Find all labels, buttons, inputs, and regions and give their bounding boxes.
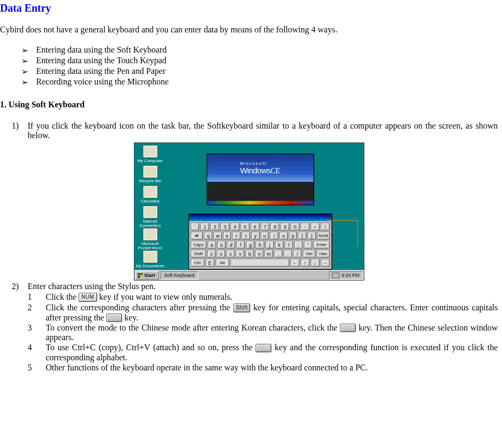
soft-key[interactable]: ; (294, 241, 303, 249)
soft-key[interactable]: d (227, 241, 235, 249)
soft-key[interactable]: Han (317, 250, 329, 258)
soft-key[interactable]: y (251, 232, 260, 240)
item-text: Click the corresponding characters after… (46, 303, 498, 323)
list-item: ➢Entering data using the Soft Keyboard (0, 45, 498, 55)
soft-key[interactable]: . (284, 250, 292, 258)
soft-key[interactable]: t (242, 232, 250, 240)
item-number: 3 (28, 323, 46, 333)
soft-keyboard-window: `1234567890-=\ ⇄qwertyuiop[]NUM Capsasdf… (189, 214, 332, 269)
soft-key[interactable]: Shift (191, 250, 207, 258)
sub-item-4: 4 To use Ctrl+C (copy), Ctrl+V (attach) … (0, 343, 498, 362)
soft-key[interactable]: 8 (270, 223, 279, 231)
soft-key[interactable]: e (223, 232, 232, 240)
soft-key[interactable]: x (217, 250, 225, 258)
soft-key[interactable]: z (207, 250, 216, 258)
item-number: 2) (12, 282, 28, 291)
soft-key[interactable]: 5 (241, 223, 250, 231)
keyboard-tray-icon[interactable] (332, 273, 339, 278)
soft-key[interactable]: s (217, 241, 226, 249)
screenshot-desktop: My Computer Recycle Bin Calculator Inter… (134, 142, 364, 281)
soft-key[interactable]: f (236, 241, 245, 249)
intro-paragraph: Cybird does not have a general keyboard … (0, 25, 498, 35)
soft-key[interactable]: , (274, 250, 283, 258)
soft-key[interactable]: Enter (313, 241, 329, 249)
soft-key[interactable]: Ctrl (191, 259, 205, 267)
soft-key[interactable]: b (245, 250, 254, 258)
soft-key[interactable]: NUM (317, 232, 330, 240)
item-number: 4 (28, 343, 46, 352)
soft-key[interactable]: ← (291, 259, 300, 267)
soft-key[interactable]: m (265, 250, 273, 258)
soft-key[interactable]: - (301, 223, 310, 231)
soft-key[interactable]: c (226, 250, 235, 258)
start-button[interactable]: Start (135, 271, 159, 280)
desktop-icon: My Computer (135, 145, 165, 163)
soft-key[interactable]: = (311, 223, 320, 231)
desktop-icon: Internet Connection (135, 206, 165, 229)
sub-item-3: 3 To convert the mode to the Chinese mod… (0, 323, 498, 342)
soft-key[interactable]: 1 (200, 223, 209, 231)
soft-key[interactable]: ` (191, 223, 200, 231)
item-text: If you click the keyboard icon on the ta… (28, 121, 498, 140)
soft-key[interactable]: 4 (231, 223, 240, 231)
soft-key[interactable]: 7 (261, 223, 270, 231)
soft-key[interactable]: v (236, 250, 244, 258)
desktop-icon: Calculator (135, 185, 165, 204)
soft-key[interactable]: u (261, 232, 269, 240)
soft-key[interactable]: 2 (210, 223, 219, 231)
bullet-icon: ➢ (21, 45, 36, 55)
soft-key[interactable]: a (208, 241, 216, 249)
bullet-icon: ➢ (21, 56, 36, 66)
desktop-icon: My Documents (135, 250, 165, 268)
soft-key[interactable]: / (293, 250, 302, 258)
soft-key[interactable]: \ (321, 223, 330, 231)
soft-key[interactable] (231, 259, 290, 267)
computer-icon (143, 145, 158, 158)
soft-key[interactable]: l (285, 241, 293, 249)
soft-key[interactable]: Alt (216, 259, 229, 267)
sub-item-1: 1 Click the NUM key if you want to view … (0, 292, 498, 302)
soft-key[interactable]: k (275, 241, 284, 249)
soft-key[interactable]: → (321, 259, 330, 267)
recycle-icon (143, 165, 158, 178)
sub-item-5: 5 Other functions of the keyboard operat… (0, 363, 498, 373)
soft-key[interactable]: ⇄ (191, 232, 203, 240)
soft-key[interactable]: ↓ (311, 259, 320, 267)
soft-key[interactable]: 0 (291, 223, 300, 231)
taskbar-task[interactable]: Soft Keyboard (160, 271, 198, 280)
soft-key[interactable]: p (289, 232, 297, 240)
soft-key[interactable]: i (270, 232, 278, 240)
soft-key[interactable]: r (232, 232, 241, 240)
soft-key[interactable]: ↑ (301, 259, 310, 267)
soft-key[interactable]: ' (304, 241, 312, 249)
splash-window: Microsoft WindowsCE (207, 154, 314, 205)
item-text: Other functions of the keyboard operate … (46, 363, 498, 373)
windows-logo-icon (138, 273, 143, 278)
soft-key[interactable]: o (279, 232, 288, 240)
soft-key[interactable]: E (206, 259, 215, 267)
bullet-icon: ➢ (21, 66, 36, 77)
soft-key[interactable]: n (255, 250, 263, 258)
folder-icon (143, 250, 158, 263)
soft-key[interactable]: 3 (220, 223, 229, 231)
soft-key[interactable]: w (214, 232, 222, 240)
item-number: 1 (28, 292, 46, 302)
soft-key[interactable]: h (256, 241, 264, 249)
soft-key[interactable]: Caps (191, 241, 207, 249)
taskbar: Start Soft Keyboard 9:24 PM (134, 270, 364, 280)
soft-key[interactable]: g (246, 241, 254, 249)
desktop-icon: Microsoft Pocket Word (135, 228, 165, 251)
soft-key[interactable]: 9 (280, 223, 290, 231)
shift-key-icon: Shift (233, 303, 251, 312)
ordered-item-1: 1) If you click the keyboard icon on the… (0, 121, 498, 140)
list-item: ➢Entering data using the Pen and Paper (0, 66, 498, 77)
soft-key[interactable]: q (204, 232, 212, 240)
soft-key[interactable]: 6 (251, 223, 260, 231)
tray-clock: 9:24 PM (342, 273, 360, 278)
soft-key[interactable]: j (266, 241, 274, 249)
ordered-item-2: 2) Enter characters using the Stylus pen… (0, 282, 498, 291)
soft-key[interactable]: [ (298, 232, 307, 240)
soft-key[interactable]: ] (308, 232, 316, 240)
caps-key-icon (106, 314, 122, 322)
soft-key[interactable]: Del (303, 250, 316, 258)
